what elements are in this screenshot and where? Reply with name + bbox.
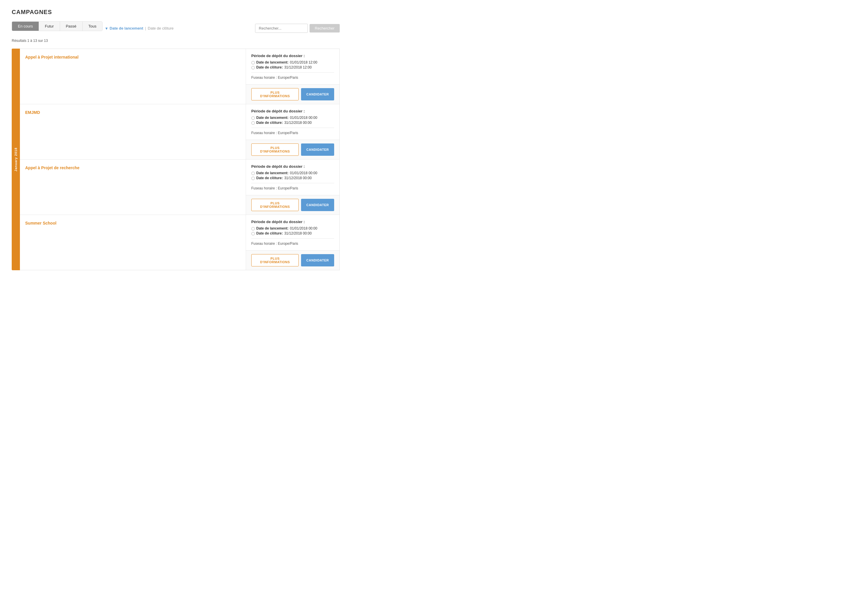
fuseau-horaire: Fuseau horaire : Europe/Paris: [251, 238, 334, 246]
sort-active[interactable]: Date de lancement: [110, 26, 143, 30]
search-button[interactable]: Rechercher: [310, 24, 340, 33]
clock-icon: ◯: [251, 176, 255, 180]
search-input[interactable]: [255, 24, 308, 33]
campaign-actions: PLUS D'INFORMATIONSCANDIDATER: [246, 195, 339, 215]
clock-icon: ◯: [251, 61, 255, 64]
date-cloture-row: ◯ Date de clôture: 31/12/2018 00:00: [251, 231, 334, 236]
campaign-name[interactable]: Appel à Projet international: [25, 55, 241, 60]
date-lancement-value: 01/01/2018 00:00: [290, 116, 317, 120]
candidater-button[interactable]: CANDIDATER: [301, 143, 334, 156]
date-cloture-label: Date de clôture:: [256, 65, 283, 69]
filter-tab-en-cours[interactable]: En cours: [12, 22, 39, 31]
month-label: January 2018: [14, 148, 17, 171]
date-lancement-value: 01/01/2018 00:00: [290, 226, 317, 230]
candidater-button[interactable]: CANDIDATER: [301, 254, 334, 266]
campaigns-list: January 2018Appel à Projet international…: [12, 49, 340, 275]
campaign-actions: PLUS D'INFORMATIONSCANDIDATER: [246, 84, 339, 104]
plus-info-button[interactable]: PLUS D'INFORMATIONS: [251, 143, 299, 156]
date-lancement-label: Date de lancement:: [256, 116, 288, 120]
periode-title: Période de dépôt du dossier :: [251, 164, 334, 169]
campaigns-in-month: Appel à Projet internationalPériode de d…: [20, 49, 340, 270]
campaign-right: Période de dépôt du dossier :◯ Date de l…: [246, 49, 339, 104]
date-cloture-value: 31/12/2018 00:00: [284, 121, 312, 125]
date-cloture-value: 31/12/2018 00:00: [284, 176, 312, 180]
campaign-name[interactable]: EMJMD: [25, 110, 241, 115]
campaign-left: Summer School: [20, 215, 246, 270]
search-area: Rechercher: [255, 24, 340, 33]
results-count: Résultats 1 à 13 sur 13: [12, 39, 340, 43]
campaign-actions: PLUS D'INFORMATIONSCANDIDATER: [246, 140, 339, 159]
clock-icon: ◯: [251, 232, 255, 236]
date-cloture-label: Date de clôture:: [256, 121, 283, 125]
campaign-info: Période de dépôt du dossier :◯ Date de l…: [246, 160, 339, 195]
campaign-item: Summer SchoolPériode de dépôt du dossier…: [20, 215, 339, 270]
date-lancement-value: 01/01/2018 12:00: [290, 60, 317, 64]
date-lancement-label: Date de lancement:: [256, 226, 288, 230]
campaign-name[interactable]: Appel à Projet de recherche: [25, 165, 241, 170]
periode-title: Période de dépôt du dossier :: [251, 53, 334, 58]
campaign-right: Période de dépôt du dossier :◯ Date de l…: [246, 104, 339, 159]
fuseau-horaire: Fuseau horaire : Europe/Paris: [251, 128, 334, 135]
date-cloture-label: Date de clôture:: [256, 176, 283, 180]
sort-area: ▾ Date de lancement | Date de clôture: [105, 26, 173, 31]
date-cloture-row: ◯ Date de clôture: 31/12/2018 00:00: [251, 176, 334, 180]
campaign-right: Période de dépôt du dossier :◯ Date de l…: [246, 215, 339, 270]
date-cloture-row: ◯ Date de clôture: 31/12/2018 00:00: [251, 121, 334, 125]
month-section: January 2018Appel à Projet international…: [12, 49, 340, 270]
date-cloture-label: Date de clôture:: [256, 231, 283, 236]
filter-tab-tous[interactable]: Tous: [83, 22, 102, 31]
controls-row: En coursFuturPasséTous ▾ Date de lanceme…: [12, 21, 340, 35]
plus-info-button[interactable]: PLUS D'INFORMATIONS: [251, 88, 299, 101]
month-group: January 2018Appel à Projet international…: [12, 49, 340, 270]
campaign-left: Appel à Projet international: [20, 49, 246, 104]
date-lancement-row: ◯ Date de lancement: 01/01/2018 00:00: [251, 171, 334, 175]
date-lancement-label: Date de lancement:: [256, 171, 288, 175]
plus-info-button[interactable]: PLUS D'INFORMATIONS: [251, 199, 299, 211]
date-cloture-value: 31/12/2018 00:00: [284, 231, 312, 236]
clock-icon: ◯: [251, 121, 255, 125]
campaign-left: EMJMD: [20, 104, 246, 159]
clock-icon: ◯: [251, 116, 255, 120]
candidater-button[interactable]: CANDIDATER: [301, 88, 334, 101]
filter-tab-futur[interactable]: Futur: [39, 22, 60, 31]
sort-separator: |: [145, 26, 146, 30]
date-lancement-value: 01/01/2018 00:00: [290, 171, 317, 175]
campaign-info: Période de dépôt du dossier :◯ Date de l…: [246, 104, 339, 140]
campaign-actions: PLUS D'INFORMATIONSCANDIDATER: [246, 250, 339, 270]
campaign-name[interactable]: Summer School: [25, 221, 241, 225]
month-label-col: January 2018: [12, 49, 20, 270]
page-title: CAMPAGNES: [12, 9, 340, 16]
clock-icon: ◯: [251, 226, 255, 230]
plus-info-button[interactable]: PLUS D'INFORMATIONS: [251, 254, 299, 266]
filter-bar: En coursFuturPasséTous: [12, 21, 102, 31]
date-lancement-row: ◯ Date de lancement: 01/01/2018 12:00: [251, 60, 334, 64]
campaign-right: Période de dépôt du dossier :◯ Date de l…: [246, 160, 339, 215]
sort-inactive[interactable]: Date de clôture: [148, 26, 174, 30]
fuseau-horaire: Fuseau horaire : Europe/Paris: [251, 72, 334, 80]
campaign-item: Appel à Projet internationalPériode de d…: [20, 49, 339, 104]
clock-icon: ◯: [251, 66, 255, 69]
date-cloture-value: 31/12/2018 12:00: [284, 65, 312, 69]
periode-title: Période de dépôt du dossier :: [251, 220, 334, 224]
campaign-item: EMJMDPériode de dépôt du dossier :◯ Date…: [20, 104, 339, 160]
campaign-item: Appel à Projet de recherchePériode de dé…: [20, 160, 339, 215]
date-lancement-label: Date de lancement:: [256, 60, 288, 64]
date-lancement-row: ◯ Date de lancement: 01/01/2018 00:00: [251, 226, 334, 230]
date-cloture-row: ◯ Date de clôture: 31/12/2018 12:00: [251, 65, 334, 69]
periode-title: Période de dépôt du dossier :: [251, 109, 334, 113]
clock-icon: ◯: [251, 171, 255, 175]
fuseau-horaire: Fuseau horaire : Europe/Paris: [251, 183, 334, 190]
page-wrapper: CAMPAGNES En coursFuturPasséTous ▾ Date …: [0, 0, 351, 284]
date-lancement-row: ◯ Date de lancement: 01/01/2018 00:00: [251, 116, 334, 120]
campaign-info: Période de dépôt du dossier :◯ Date de l…: [246, 49, 339, 84]
filter-tab-passe[interactable]: Passé: [60, 22, 83, 31]
campaign-info: Période de dépôt du dossier :◯ Date de l…: [246, 215, 339, 250]
campaign-left: Appel à Projet de recherche: [20, 160, 246, 215]
sort-chevron: ▾: [105, 26, 108, 31]
candidater-button[interactable]: CANDIDATER: [301, 199, 334, 211]
